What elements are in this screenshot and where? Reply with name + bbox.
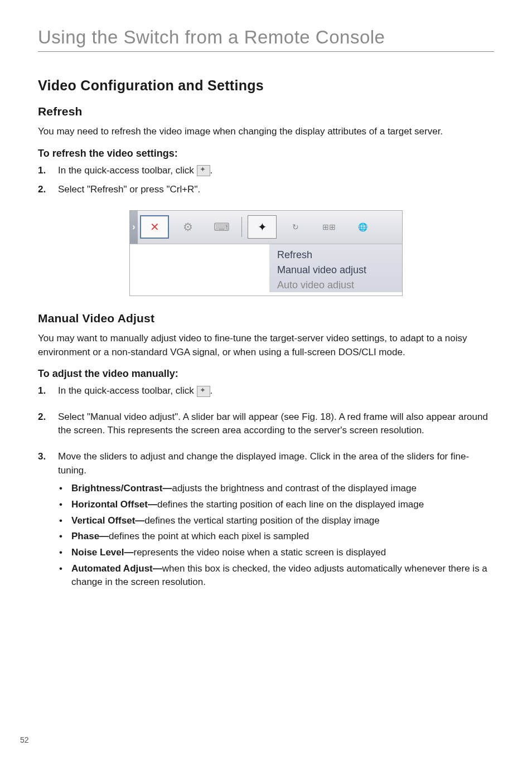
menu-item-auto: Auto video adjust (277, 278, 394, 289)
refresh-step-2: 2. Select "Refresh" or press "Crl+R". (38, 183, 494, 197)
bullet-list: • Brightness/Contrast—adjusts the bright… (59, 482, 494, 589)
toolbar-mockup: › ✕ ⚙ ⌨ ✦ ↻ ⊞⊞ 🌐 Refresh Manual video ad… (129, 210, 403, 296)
step-number: 3. (38, 450, 58, 592)
globe-icon: 🌐 (348, 215, 377, 239)
video-adjust-icon: ✦ (248, 215, 277, 239)
bullet-noise: • Noise Level—represents the video noise… (59, 546, 494, 560)
bullet-horizontal: • Horizontal Offset—defines the starting… (59, 498, 494, 512)
bullet-icon: • (59, 498, 71, 512)
drag-handle-icon: › (130, 211, 138, 244)
bullet-label: Horizontal Offset— (71, 499, 157, 510)
step-text: In the quick-access toolbar, click (58, 165, 197, 176)
refresh-step-1: 1. In the quick-access toolbar, click . (38, 164, 494, 178)
bullet-icon: • (59, 482, 71, 496)
video-settings-icon (197, 386, 210, 397)
refresh-label: To refresh the video settings: (38, 148, 494, 159)
bullet-icon: • (59, 514, 71, 528)
manual-step-2: 2. Select "Manual video adjust". A slide… (38, 410, 494, 438)
video-settings-icon (197, 165, 210, 176)
bullet-label: Phase— (71, 531, 109, 541)
manual-label: To adjust the video manually: (38, 368, 494, 380)
manual-step-1: 1. In the quick-access toolbar, click . (38, 384, 494, 398)
step-content: In the quick-access toolbar, click . (58, 384, 494, 398)
step-number: 2. (38, 410, 58, 438)
bullet-label: Vertical Offset— (71, 515, 144, 526)
step-text-end: . (210, 165, 213, 176)
close-icon: ✕ (140, 215, 169, 239)
step-content: In the quick-access toolbar, click . (58, 164, 494, 178)
keyboard-icon: ⌨ (207, 215, 236, 239)
toolbar-strip: › ✕ ⚙ ⌨ ✦ ↻ ⊞⊞ 🌐 (130, 211, 402, 244)
bullet-content: Horizontal Offset—defines the starting p… (71, 498, 494, 512)
step-3-text: Move the sliders to adjust and change th… (58, 451, 469, 476)
video-menu-dropdown: Refresh Manual video adjust Auto video a… (269, 244, 402, 292)
bullet-content: Phase—defines the point at which each pi… (71, 530, 494, 544)
window-icon: ⊞⊞ (315, 215, 344, 239)
refresh-heading: Refresh (38, 105, 494, 118)
bullet-text: represents the video noise when a static… (134, 547, 386, 558)
bullet-content: Vertical Offset—defines the vertical sta… (71, 514, 494, 528)
bullet-icon: • (59, 530, 71, 544)
page-number: 52 (20, 735, 29, 744)
settings-icon: ⚙ (173, 215, 202, 239)
bullet-icon: • (59, 546, 71, 560)
bullet-automated: • Automated Adjust—when this box is chec… (59, 562, 494, 589)
bullet-text: defines the point at which each pixel is… (109, 531, 309, 541)
refresh-intro: You may need to refresh the video image … (38, 125, 494, 139)
bullet-phase: • Phase—defines the point at which each … (59, 530, 494, 544)
bullet-label: Brightness/Contrast— (71, 483, 172, 493)
step-number: 1. (38, 384, 58, 398)
bullet-vertical: • Vertical Offset—defines the vertical s… (59, 514, 494, 528)
strip-left-group: › ✕ ⚙ ⌨ (130, 211, 238, 244)
bullet-text: adjusts the brightness and contrast of t… (172, 483, 417, 493)
section-title: Video Configuration and Settings (38, 78, 494, 94)
step-text-end: . (210, 385, 213, 396)
bullet-content: Automated Adjust—when this box is checke… (71, 562, 494, 589)
manual-heading: Manual Video Adjust (38, 312, 494, 325)
step-content: Select "Refresh" or press "Crl+R". (58, 183, 494, 197)
toolbar-screenshot: › ✕ ⚙ ⌨ ✦ ↻ ⊞⊞ 🌐 Refresh Manual video ad… (38, 210, 494, 296)
menu-item-refresh: Refresh (277, 248, 394, 263)
title-divider (38, 51, 494, 52)
bullet-brightness: • Brightness/Contrast—adjusts the bright… (59, 482, 494, 496)
refresh-icon: ↻ (281, 215, 310, 239)
step-text: In the quick-access toolbar, click (58, 385, 197, 396)
bullet-text: defines the vertical starting position o… (144, 515, 379, 526)
bullet-text: defines the starting position of each li… (157, 499, 424, 510)
step-number: 2. (38, 183, 58, 197)
manual-step-3: 3. Move the sliders to adjust and change… (38, 450, 494, 592)
toolbar-divider (241, 217, 242, 237)
bullet-label: Noise Level— (71, 547, 134, 558)
bullet-label: Automated Adjust— (71, 563, 162, 574)
manual-intro: You may want to manually adjust video to… (38, 332, 494, 359)
bullet-content: Brightness/Contrast—adjusts the brightne… (71, 482, 494, 496)
bullet-content: Noise Level—represents the video noise w… (71, 546, 494, 560)
step-content: Move the sliders to adjust and change th… (58, 450, 494, 592)
page-title: Using the Switch from a Remote Console (38, 27, 494, 48)
step-content: Select "Manual video adjust". A slider b… (58, 410, 494, 438)
step-number: 1. (38, 164, 58, 178)
bullet-icon: • (59, 562, 71, 589)
menu-item-manual: Manual video adjust (277, 263, 394, 278)
